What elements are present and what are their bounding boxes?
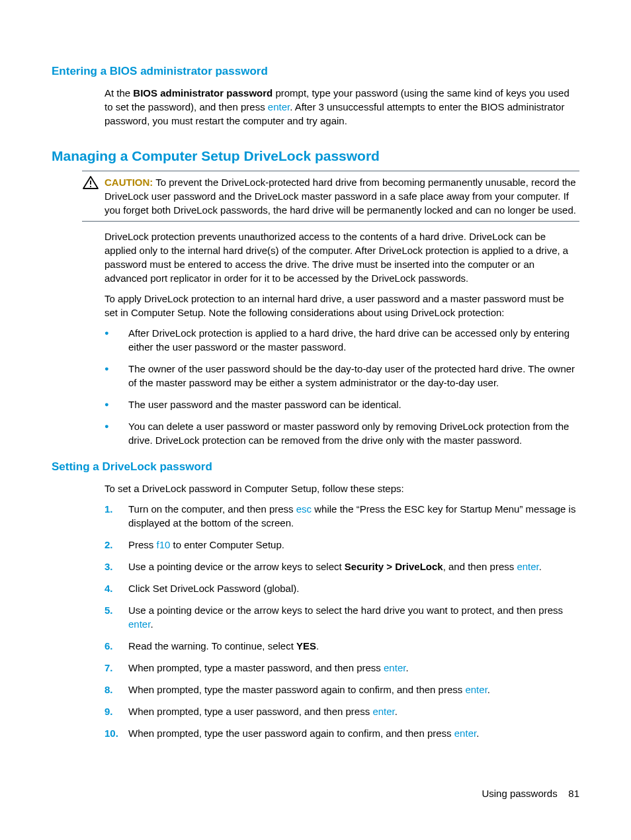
- key-f10: f10: [157, 539, 171, 550]
- key-enter: enter: [268, 101, 290, 112]
- text: to enter Computer Setup.: [170, 539, 284, 550]
- step-number: 6.: [105, 639, 113, 653]
- heading-entering-bios: Entering a BIOS administrator password: [52, 63, 579, 79]
- step-number: 3.: [105, 560, 113, 573]
- text: .: [150, 618, 153, 630]
- text: .: [316, 640, 319, 651]
- list-item: 9. When prompted, type a user password, …: [105, 704, 579, 718]
- text: Use a pointing device or the arrow keys …: [128, 561, 345, 572]
- list-item: You can delete a user password or master…: [105, 419, 579, 447]
- step-number: 10.: [105, 726, 118, 740]
- text: You can delete a user password or master…: [128, 421, 569, 446]
- key-esc: esc: [296, 503, 312, 515]
- list-item: 8. When prompted, type the master passwo…: [105, 683, 579, 696]
- text: Turn on the computer, and then press: [128, 503, 296, 515]
- page-number: 81: [568, 788, 579, 799]
- text: Use a pointing device or the arrow keys …: [128, 605, 563, 616]
- svg-point-1: [90, 186, 91, 187]
- list-item: 4. Click Set DriveLock Password (global)…: [105, 581, 579, 595]
- key-enter: enter: [454, 728, 476, 739]
- step-number: 2.: [105, 538, 113, 552]
- key-enter: enter: [372, 706, 394, 717]
- caution-block: CAUTION: To prevent the DriveLock-protec…: [82, 171, 579, 222]
- step-number: 9.: [105, 704, 113, 718]
- drivelock-p2: To apply DriveLock protection to an inte…: [105, 292, 579, 319]
- heading-managing-drivelock: Managing a Computer Setup DriveLock pass…: [52, 146, 579, 165]
- key-enter: enter: [465, 684, 487, 695]
- list-item: 3. Use a pointing device or the arrow ke…: [105, 560, 579, 573]
- text: When prompted, type the master password …: [128, 684, 465, 695]
- step-number: 7.: [105, 661, 113, 675]
- drivelock-p1: DriveLock protection prevents unauthoriz…: [105, 230, 579, 285]
- setting-intro: To set a DriveLock password in Computer …: [105, 482, 579, 495]
- list-item: 5. Use a pointing device or the arrow ke…: [105, 603, 579, 631]
- text: At the: [105, 87, 133, 99]
- caution-text: To prevent the DriveLock-protected hard …: [105, 177, 576, 216]
- list-item: The user password and the master passwor…: [105, 398, 579, 411]
- drivelock-bullets: After DriveLock protection is applied to…: [105, 326, 579, 447]
- setting-steps: 1. Turn on the computer, and then press …: [105, 502, 579, 740]
- text: Click Set DriveLock Password (global).: [128, 583, 299, 594]
- list-item: 1. Turn on the computer, and then press …: [105, 502, 579, 530]
- text: When prompted, type the user password ag…: [128, 728, 454, 739]
- step-number: 8.: [105, 683, 113, 696]
- bold-yes: YES: [296, 640, 316, 651]
- caution-label: CAUTION:: [105, 177, 153, 188]
- bold-security-drivelock: Security > DriveLock: [345, 561, 443, 572]
- list-item: 2. Press f10 to enter Computer Setup.: [105, 538, 579, 552]
- text: , and then press: [443, 561, 517, 572]
- list-item: 10. When prompted, type the user passwor…: [105, 726, 579, 740]
- text: .: [395, 706, 398, 717]
- key-enter: enter: [128, 618, 150, 630]
- step-number: 1.: [105, 502, 113, 516]
- list-item: 6. Read the warning. To continue, select…: [105, 639, 579, 653]
- step-number: 4.: [105, 581, 113, 595]
- text: When prompted, type a master password, a…: [128, 662, 384, 673]
- key-enter: enter: [384, 662, 405, 673]
- bios-paragraph: At the BIOS administrator password promp…: [105, 86, 579, 128]
- text: The user password and the master passwor…: [128, 399, 401, 410]
- text: Read the warning. To continue, select: [128, 640, 296, 651]
- key-enter: enter: [517, 561, 538, 572]
- text: .: [539, 561, 542, 572]
- caution-icon: [82, 175, 99, 193]
- text: When prompted, type a user password, and…: [128, 706, 372, 717]
- text: The owner of the user password should be…: [128, 363, 575, 388]
- document-page: Entering a BIOS administrator password A…: [0, 0, 631, 840]
- text: .: [487, 684, 490, 695]
- bios-prompt-bold: BIOS administrator password: [133, 87, 273, 99]
- list-item: 7. When prompted, type a master password…: [105, 661, 579, 675]
- page-footer: Using passwords 81: [482, 786, 579, 800]
- footer-label: Using passwords: [482, 788, 557, 799]
- list-item: The owner of the user password should be…: [105, 362, 579, 390]
- step-number: 5.: [105, 603, 113, 617]
- text: .: [476, 728, 479, 739]
- heading-setting-drivelock: Setting a DriveLock password: [52, 459, 579, 475]
- text: .: [405, 662, 408, 673]
- text: After DriveLock protection is applied to…: [128, 327, 569, 353]
- list-item: After DriveLock protection is applied to…: [105, 326, 579, 354]
- text: Press: [128, 539, 157, 550]
